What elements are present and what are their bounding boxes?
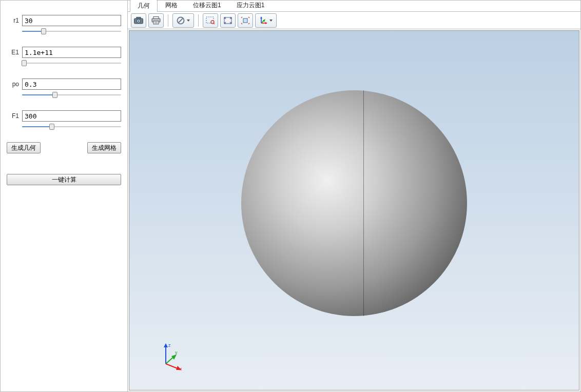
zoom-box-button[interactable] [203,13,218,28]
compute-button[interactable]: 一键计算 [7,174,121,185]
param-row-F1: F1 [7,110,121,122]
param-input-r1[interactable] [22,15,121,26]
toolbar-separator [198,14,199,27]
svg-rect-1 [137,17,141,18]
svg-rect-15 [243,18,247,23]
param-input-F1[interactable] [22,110,121,122]
svg-point-3 [138,20,140,22]
svg-text:y: y [175,350,178,355]
generate-geometry-button[interactable]: 生成几何 [7,142,41,153]
param-row-r1: r1 [7,15,121,26]
main-panel: 几何 网格 位移云图1 应力云图1 [128,1,580,391]
generate-mesh-button[interactable]: 生成网格 [87,142,121,153]
axis-triad: z y x [158,341,189,371]
param-label-r1: r1 [7,17,19,24]
app-window: r1 E1 po F1 [0,0,581,392]
zoom-extents-icon [223,16,233,25]
slider-po[interactable] [22,92,121,99]
sphere-seam-edge [363,90,410,316]
param-input-E1[interactable] [22,47,121,58]
svg-line-28 [166,364,179,369]
param-row-E1: E1 [7,47,121,58]
zoom-extents-button[interactable] [220,13,236,28]
svg-marker-23 [164,343,168,347]
3d-viewport[interactable]: z y x [129,30,579,390]
chevron-down-icon [187,19,190,22]
axes-dropdown-button[interactable] [255,13,277,28]
print-icon [151,16,161,25]
chevron-down-icon [269,19,273,22]
tab-displacement[interactable]: 位移云图1 [185,0,229,11]
param-row-po: po [7,79,121,90]
axes-icon [259,16,267,25]
viewport-toolbar [128,12,580,29]
screenshot-button[interactable] [131,13,146,28]
tab-geometry[interactable]: 几何 [130,0,158,12]
param-label-E1: E1 [7,49,19,56]
toolbar-separator [168,14,168,27]
camera-icon [134,17,143,24]
svg-text:z: z [168,343,171,348]
param-label-po: po [7,81,19,88]
tab-stress[interactable]: 应力云图1 [229,0,273,11]
param-input-po[interactable] [22,79,121,90]
sidebar: r1 E1 po F1 [1,1,128,391]
slider-E1[interactable] [22,60,121,67]
svg-rect-6 [153,21,159,24]
zoom-box-icon [206,16,215,25]
tab-bar: 几何 网格 位移云图1 应力云图1 [128,1,580,12]
tab-mesh[interactable]: 网格 [158,0,185,11]
slider-r1[interactable] [22,28,121,35]
svg-line-10 [179,18,183,23]
svg-text:x: x [180,366,182,371]
svg-marker-19 [265,22,267,24]
zoom-selected-button[interactable] [238,13,253,28]
zoom-selected-icon [241,16,250,25]
svg-marker-17 [260,16,262,18]
forbid-icon [177,16,185,25]
svg-marker-26 [171,355,177,360]
gen-buttons-row: 生成几何 生成网格 [7,142,121,153]
slider-F1[interactable] [22,124,121,131]
svg-rect-11 [206,17,214,23]
print-button[interactable] [148,13,164,28]
geometry-sphere [241,90,467,316]
param-label-F1: F1 [7,112,19,120]
reset-dropdown-button[interactable] [172,13,194,28]
svg-line-13 [214,23,215,24]
